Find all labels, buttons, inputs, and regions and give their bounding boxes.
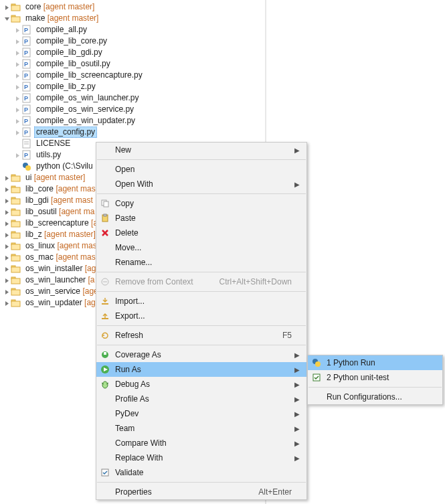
menu-item-team[interactable]: Team▶ [96, 421, 306, 436]
tree-item-make[interactable]: make [agent master] [3, 13, 445, 24]
expand-icon[interactable] [3, 240, 11, 252]
tree-label: compile_os_win_service.py [36, 104, 134, 115]
tree-item-file[interactable]: Pcompile_lib_screencapture.py [13, 70, 445, 81]
tree-label: compile_lib_osutil.py [36, 58, 110, 70]
menu-item-coverage-as[interactable]: Coverage As▶ [96, 347, 306, 362]
svg-point-30 [25, 165, 31, 171]
tree-item-file[interactable]: Pcompile_os_win_updater.py [13, 115, 445, 127]
tree-item-create-config[interactable]: Pcreate_config.py [13, 127, 445, 138]
menu-item-delete[interactable]: Delete [96, 226, 306, 240]
tree-label: compile_lib_core.py [36, 35, 107, 47]
menu-item-export[interactable]: Export... [96, 309, 306, 323]
expand-icon[interactable] [13, 104, 21, 115]
svg-text:P: P [24, 152, 28, 159]
python-file-icon: P [21, 36, 32, 47]
menu-item-new[interactable]: New▶ [96, 143, 306, 157]
menu-item-run-as[interactable]: Run As▶ [96, 362, 306, 377]
tree-label: os_mac [25, 252, 54, 263]
menu-item-open-with[interactable]: Open With▶ [96, 177, 306, 191]
expand-icon[interactable] [13, 127, 21, 138]
svg-text:P: P [24, 95, 28, 102]
menu-item-paste[interactable]: Paste [96, 211, 306, 226]
menu-item-move[interactable]: Move... [96, 240, 306, 255]
expand-icon[interactable] [13, 92, 21, 104]
menu-separator [97, 325, 306, 326]
expand-icon[interactable] [13, 149, 21, 161]
expand-icon[interactable] [3, 252, 11, 263]
expand-icon[interactable] [13, 35, 21, 47]
tree-item-file[interactable]: Pcompile_all.py [13, 24, 445, 35]
tree-item-file[interactable]: Pcompile_os_win_launcher.py [13, 92, 445, 104]
expand-icon[interactable] [13, 58, 21, 70]
expand-icon[interactable] [3, 172, 11, 183]
menu-item-debug-as[interactable]: Debug As▶ [96, 377, 306, 392]
svg-rect-63 [102, 303, 108, 305]
tree-label: create_config.py [36, 128, 95, 137]
expand-icon[interactable] [13, 70, 21, 81]
svg-rect-48 [11, 267, 20, 272]
python-file-icon: P [21, 59, 32, 70]
submenu-arrow-icon: ▶ [293, 147, 301, 154]
submenu-item-python-unittest[interactable]: 2 Python unit-test [308, 370, 442, 385]
python-file-icon: P [21, 48, 32, 58]
submenu-item-run-configurations[interactable]: Run Configurations... [308, 390, 442, 404]
folder-icon [11, 173, 21, 183]
expand-icon[interactable] [13, 24, 21, 35]
expand-icon[interactable] [3, 297, 11, 309]
tree-item-file[interactable]: Pcompile_lib_gdi.py [13, 47, 445, 58]
branch-tag: [agent mas [57, 240, 96, 252]
tree-item-file[interactable]: Pcompile_lib_z.py [13, 81, 445, 92]
folder-icon [11, 2, 21, 13]
tree-item-file[interactable]: Pcompile_lib_core.py [13, 35, 445, 47]
branch-tag: [agent mast [51, 195, 93, 206]
coverage-icon [96, 350, 114, 359]
svg-text:P: P [24, 106, 28, 113]
tree-item-file[interactable]: Pcompile_lib_osutil.py [13, 58, 445, 70]
svg-rect-1 [11, 5, 20, 11]
expand-icon[interactable] [3, 274, 11, 286]
branch-tag: [agent mas [56, 183, 95, 195]
paste-icon [96, 214, 114, 223]
expand-icon[interactable] [3, 206, 11, 218]
tree-item-core[interactable]: core [agent master] [3, 1, 445, 13]
expand-icon[interactable] [13, 115, 21, 127]
menu-item-compare-with[interactable]: Compare With▶ [96, 436, 306, 450]
python-file-icon: P [21, 70, 32, 81]
menu-item-import[interactable]: Import... [96, 294, 306, 309]
menu-item-pydev[interactable]: PyDev▶ [96, 406, 306, 421]
menu-item-refresh[interactable]: RefreshF5 [96, 328, 306, 343]
expand-icon[interactable] [3, 229, 11, 240]
collapse-icon[interactable] [3, 13, 11, 24]
python-file-icon: P [21, 93, 32, 104]
svg-rect-34 [11, 187, 20, 193]
expand-icon[interactable] [3, 286, 11, 297]
menu-item-validate[interactable]: Validate [96, 465, 306, 480]
expand-icon[interactable] [3, 218, 11, 229]
python-unittest-icon [308, 373, 325, 382]
menu-item-remove-from-context[interactable]: Remove from ContextCtrl+Alt+Shift+Down [96, 274, 306, 289]
folder-icon [11, 207, 21, 218]
menu-item-profile-as[interactable]: Profile As▶ [96, 392, 306, 406]
expand-icon[interactable] [13, 81, 21, 92]
menu-item-replace-with[interactable]: Replace With▶ [96, 450, 306, 465]
submenu-arrow-icon: ▶ [293, 410, 301, 418]
menu-item-open[interactable]: Open [96, 162, 306, 177]
python-file-icon: P [21, 127, 32, 138]
submenu-arrow-icon: ▶ [293, 440, 301, 447]
menu-item-properties[interactable]: PropertiesAlt+Enter [96, 485, 306, 499]
expand-icon[interactable] [3, 1, 11, 13]
tree-item-file[interactable]: Pcompile_os_win_service.py [13, 104, 445, 115]
svg-rect-36 [11, 199, 20, 204]
svg-text:P: P [24, 118, 28, 124]
submenu-item-python-run[interactable]: 1 Python Run [308, 355, 442, 370]
expand-icon[interactable] [13, 47, 21, 58]
svg-point-68 [102, 382, 108, 388]
menu-item-rename[interactable]: Rename... [96, 255, 306, 270]
svg-rect-64 [102, 318, 108, 319]
expand-icon[interactable] [3, 263, 11, 274]
expand-icon[interactable] [3, 195, 11, 206]
remove-context-icon [96, 277, 114, 286]
svg-point-73 [315, 361, 321, 367]
menu-item-copy[interactable]: Copy [96, 196, 306, 211]
expand-icon[interactable] [3, 183, 11, 195]
